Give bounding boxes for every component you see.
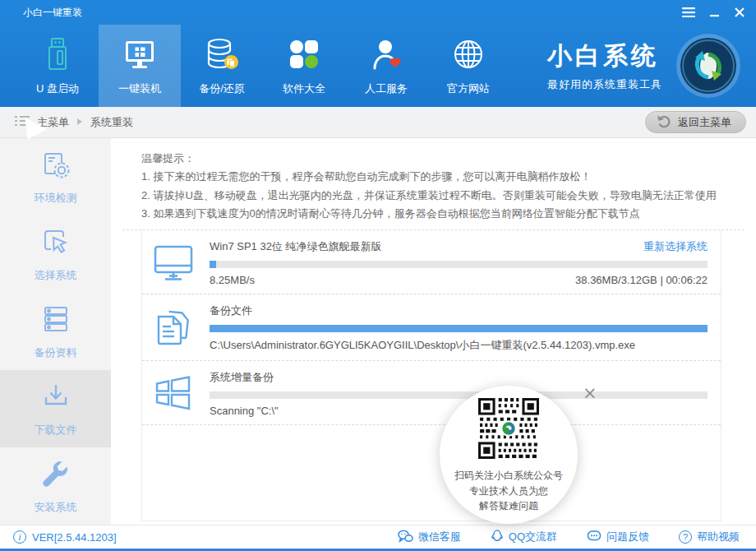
brand-name: 小白系统 — [547, 39, 662, 73]
nav-label: 人工服务 — [365, 81, 408, 96]
person-heart-icon — [368, 36, 404, 76]
monitor-outline-icon — [150, 241, 196, 285]
sidebar-item-label: 安装系统 — [35, 500, 77, 515]
nav-backup-restore[interactable]: 备份/还原 — [181, 25, 263, 107]
tips-line-2: 2. 请拔掉U盘、移动硬盘，退出光驱内的光盘，并保证系统重装过程不断电。否则重装… — [141, 187, 723, 205]
qq-penguin-icon — [491, 529, 504, 545]
version-text: VER[2.5.44.1203] — [32, 531, 117, 544]
sidebar-item-select-system[interactable]: 选择系统 — [0, 215, 111, 293]
tips-line-3: 3. 如果遇到下载速度为0的情况时请耐心等待几分钟，服务器会自动根据您当前网络位… — [141, 205, 723, 223]
brand-tagline: 最好用的系统重装工具 — [547, 77, 662, 92]
brand-block: 小白系统 最好用的系统重装工具 — [547, 25, 662, 107]
sidebar-item-label: 选择系统 — [35, 268, 77, 283]
sidebar-item-label: 环境检测 — [35, 191, 77, 206]
qr-caption-line-1: 扫码关注小白系统公众号 — [454, 468, 563, 484]
download-stats: 38.36MB/3.12GB | 00:06:22 — [575, 274, 708, 286]
link-label: 帮助视频 — [697, 530, 740, 544]
qq-group-link[interactable]: QQ交流群 — [491, 529, 557, 545]
reselect-system-link[interactable]: 重新选择系统 — [643, 239, 708, 254]
undo-arrow-icon — [657, 114, 671, 130]
tips-title: 温馨提示： — [141, 150, 723, 168]
usb-drive-icon — [39, 36, 76, 76]
app-window: 小白一键重装 — [0, 0, 756, 551]
qr-popup: 扫码关注小白系统公众号 专业技术人员为您 解答疑难问题 — [440, 386, 578, 524]
nav-usb-boot[interactable]: U 盘启动 — [16, 25, 99, 107]
task-backup-files: 备份文件 C:\Users\Administrator.6GYGLI5KAOYG… — [142, 294, 721, 361]
database-backup-icon — [204, 36, 240, 76]
top-nav: U 盘启动 一键装机 — [0, 25, 756, 107]
menu-icon[interactable] — [682, 7, 695, 17]
globe-icon — [450, 36, 486, 76]
task-system-download: Win7 SP1 32位 纯净绿色旗舰最新版 重新选择系统 8.25MB/s 3… — [142, 230, 721, 294]
statusbar-links: 微信客服 QQ交流群 问题反馈 — [398, 529, 740, 545]
nav-label: 软件大全 — [283, 81, 325, 96]
download-progress-bar — [210, 261, 708, 268]
titlebar: 小白一键重装 — [0, 0, 756, 25]
sidebar-item-env-check[interactable]: 环境检测 — [0, 138, 111, 215]
task-incremental-backup: 系统增量备份 Scanning "C:\" — [142, 361, 721, 425]
download-progress-fill — [210, 261, 216, 268]
statusbar: i VER[2.5.44.1203] 微信客服 — [0, 525, 756, 551]
download-speed: 8.25MB/s — [210, 274, 255, 286]
sidebar: 环境检测 选择系统 备 — [0, 138, 111, 525]
env-check-icon — [39, 148, 72, 183]
nav-one-click-install[interactable]: 一键装机 — [99, 25, 181, 107]
qr-caption: 扫码关注小白系统公众号 专业技术人员为您 解答疑难问题 — [454, 468, 563, 514]
clover-apps-icon — [286, 36, 322, 76]
panel-filler — [142, 425, 721, 521]
chevron-right-icon — [76, 116, 83, 128]
feedback-link[interactable]: 问题反馈 — [587, 529, 649, 545]
link-label: 问题反馈 — [606, 530, 649, 544]
question-icon: ? — [679, 530, 692, 544]
header: 小白一键重装 — [0, 0, 756, 107]
cursor-select-icon — [39, 225, 72, 261]
back-button-label: 返回主菜单 — [678, 115, 731, 130]
qr-caption-line-3: 解答疑难问题 — [454, 498, 563, 514]
windows-logo-icon — [150, 372, 196, 416]
qr-code-image — [477, 397, 540, 463]
incremental-progress-bar — [210, 391, 708, 399]
help-video-link[interactable]: ? 帮助视频 — [679, 529, 740, 545]
qr-caption-line-2: 专业技术人员为您 — [454, 484, 563, 499]
window-controls — [682, 7, 744, 17]
app-body: 环境检测 选择系统 备 — [0, 138, 756, 525]
chat-feedback-icon — [587, 530, 602, 545]
qr-popup-close-icon[interactable]: × — [583, 385, 597, 402]
tips-line-1: 1. 接下来的过程无需您的干预，程序会帮助您自动完成剩下的步骤，您可以离开电脑稍… — [141, 168, 723, 186]
task-body: Win7 SP1 32位 纯净绿色旗舰最新版 重新选择系统 8.25MB/s 3… — [210, 239, 708, 286]
sidebar-item-backup-data[interactable]: 备份资料 — [0, 293, 111, 370]
wrench-icon — [39, 457, 72, 493]
brand-logo-icon — [675, 33, 741, 99]
sidebar-item-label: 备份资料 — [35, 345, 77, 360]
link-label: 微信客服 — [418, 530, 461, 544]
main-content: 温馨提示： 1. 接下来的过程无需您的干预，程序会帮助您自动完成剩下的步骤，您可… — [111, 138, 756, 525]
scan-status: Scanning "C:\" — [210, 405, 279, 417]
info-icon: i — [13, 530, 26, 544]
version-info[interactable]: i VER[2.5.44.1203] — [13, 530, 117, 544]
wechat-support-link[interactable]: 微信客服 — [398, 529, 461, 545]
wechat-icon — [398, 530, 413, 545]
close-icon[interactable] — [735, 7, 744, 17]
minimize-icon[interactable] — [710, 7, 720, 17]
documents-icon — [150, 306, 196, 350]
task-body: 备份文件 C:\Users\Administrator.6GYGLI5KAOYG… — [210, 303, 708, 353]
backup-progress-fill — [210, 325, 708, 332]
nav-official-website[interactable]: 官方网站 — [427, 25, 509, 107]
tips-block: 温馨提示： 1. 接下来的过程无需您的干预，程序会帮助您自动完成剩下的步骤，您可… — [111, 138, 756, 225]
nav-label: 一键装机 — [118, 81, 161, 96]
back-to-main-menu-button[interactable]: 返回主菜单 — [645, 111, 746, 133]
nav-software-center[interactable]: 软件大全 — [263, 25, 345, 107]
task-title: 系统增量备份 — [210, 370, 274, 385]
nav-label: U 盘启动 — [36, 81, 79, 96]
sidebar-item-install-system[interactable]: 安装系统 — [0, 447, 111, 525]
server-stack-icon — [39, 303, 72, 338]
window-title: 小白一键重装 — [23, 6, 82, 20]
sidebar-item-download-files[interactable]: 下载文件 — [0, 370, 111, 447]
download-icon — [39, 380, 72, 415]
backup-progress-bar — [210, 325, 708, 332]
backup-file-path: C:\Users\Administrator.6GYGLI5KAOYGIIL\D… — [210, 338, 635, 353]
progress-panel: Win7 SP1 32位 纯净绿色旗舰最新版 重新选择系统 8.25MB/s 3… — [141, 230, 721, 521]
nav-human-service[interactable]: 人工服务 — [345, 25, 427, 107]
breadcrumb-current: 系统重装 — [90, 115, 133, 130]
nav-label: 官方网站 — [447, 81, 490, 96]
